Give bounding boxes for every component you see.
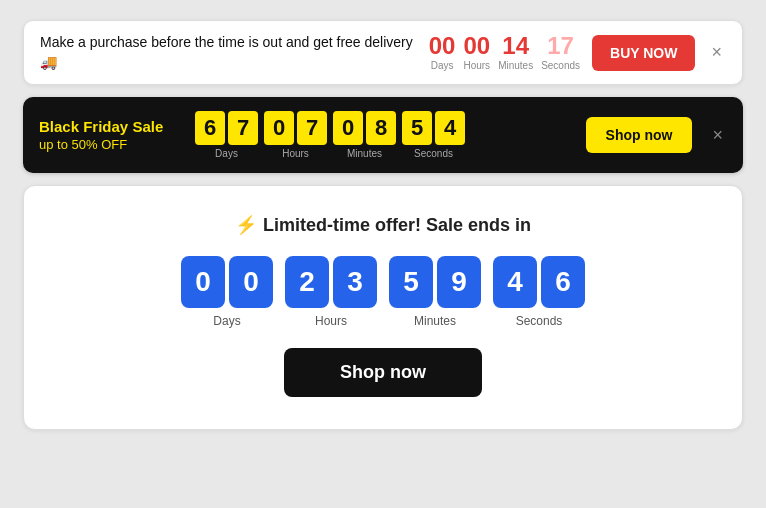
bf-subtitle: up to 50% OFF (39, 137, 179, 152)
banner2-hours-d1: 0 (264, 111, 294, 145)
banner3-minutes-d2: 9 (437, 256, 481, 308)
banner2-text-block: Black Friday Sale up to 50% OFF (39, 118, 179, 152)
banner3-hours-d1: 2 (285, 256, 329, 308)
banner3-minutes-label: Minutes (414, 314, 456, 328)
limited-offer-banner: ⚡ Limited-time offer! Sale ends in 0 0 D… (23, 185, 743, 430)
banner2-days-label: Days (215, 148, 238, 159)
seconds-value: 17 (547, 34, 574, 58)
hours-label: Hours (463, 60, 490, 71)
banner2-days: 6 7 Days (195, 111, 258, 159)
black-friday-banner: Black Friday Sale up to 50% OFF 6 7 Days… (23, 97, 743, 173)
seconds-label: Seconds (541, 60, 580, 71)
banner1-close-button[interactable]: × (707, 42, 726, 63)
banner3-minutes-d1: 5 (389, 256, 433, 308)
banner1-countdown: 00 Days 00 Hours 14 Minutes 17 Seconds (429, 34, 580, 71)
banner3-seconds-label: Seconds (516, 314, 563, 328)
minutes-label: Minutes (498, 60, 533, 71)
banner3-days-d2: 0 (229, 256, 273, 308)
free-delivery-banner: Make a purchase before the time is out a… (23, 20, 743, 85)
banner2-seconds-d1: 5 (402, 111, 432, 145)
offer-title: ⚡ Limited-time offer! Sale ends in (235, 214, 531, 236)
days-label: Days (431, 60, 454, 71)
banner3-hours: 2 3 Hours (285, 256, 377, 328)
banner1-text: Make a purchase before the time is out a… (40, 33, 417, 72)
banner2-hours-label: Hours (282, 148, 309, 159)
days-value: 00 (429, 34, 456, 58)
banner2-seconds: 5 4 Seconds (402, 111, 465, 159)
banner2-minutes: 0 8 Minutes (333, 111, 396, 159)
countdown-seconds: 17 Seconds (541, 34, 580, 71)
banner3-minutes: 5 9 Minutes (389, 256, 481, 328)
banner2-days-digits: 6 7 (195, 111, 258, 145)
banner3-hours-d2: 3 (333, 256, 377, 308)
banner2-close-button[interactable]: × (708, 125, 727, 146)
countdown-minutes: 14 Minutes (498, 34, 533, 71)
banner2-days-d1: 6 (195, 111, 225, 145)
banner3-days-label: Days (213, 314, 240, 328)
banner2-days-d2: 7 (228, 111, 258, 145)
banner2-minutes-d1: 0 (333, 111, 363, 145)
banner3-seconds-d1: 4 (493, 256, 537, 308)
banner2-minutes-label: Minutes (347, 148, 382, 159)
banner3-shop-button[interactable]: Shop now (284, 348, 482, 397)
banner2-countdown: 6 7 Days 0 7 Hours 0 8 Minutes 5 4 Secon… (195, 111, 570, 159)
banner2-hours-d2: 7 (297, 111, 327, 145)
buy-now-button[interactable]: BUY NOW (592, 35, 695, 71)
banner3-seconds: 4 6 Seconds (493, 256, 585, 328)
banner3-countdown: 0 0 Days 2 3 Hours 5 9 Minutes 4 6 Secon… (181, 256, 585, 328)
banner2-seconds-label: Seconds (414, 148, 453, 159)
banner3-seconds-d2: 6 (541, 256, 585, 308)
countdown-hours: 00 Hours (463, 34, 490, 71)
banner3-days-d1: 0 (181, 256, 225, 308)
banner2-minutes-d2: 8 (366, 111, 396, 145)
hours-value: 00 (463, 34, 490, 58)
offer-title-text: Limited-time offer! Sale ends in (263, 215, 531, 236)
lightning-icon: ⚡ (235, 214, 257, 236)
banner3-days: 0 0 Days (181, 256, 273, 328)
countdown-days: 00 Days (429, 34, 456, 71)
banner2-seconds-d2: 4 (435, 111, 465, 145)
banner2-shop-button[interactable]: Shop now (586, 117, 693, 153)
minutes-value: 14 (502, 34, 529, 58)
bf-title: Black Friday Sale (39, 118, 179, 135)
banner3-hours-label: Hours (315, 314, 347, 328)
banner2-hours: 0 7 Hours (264, 111, 327, 159)
